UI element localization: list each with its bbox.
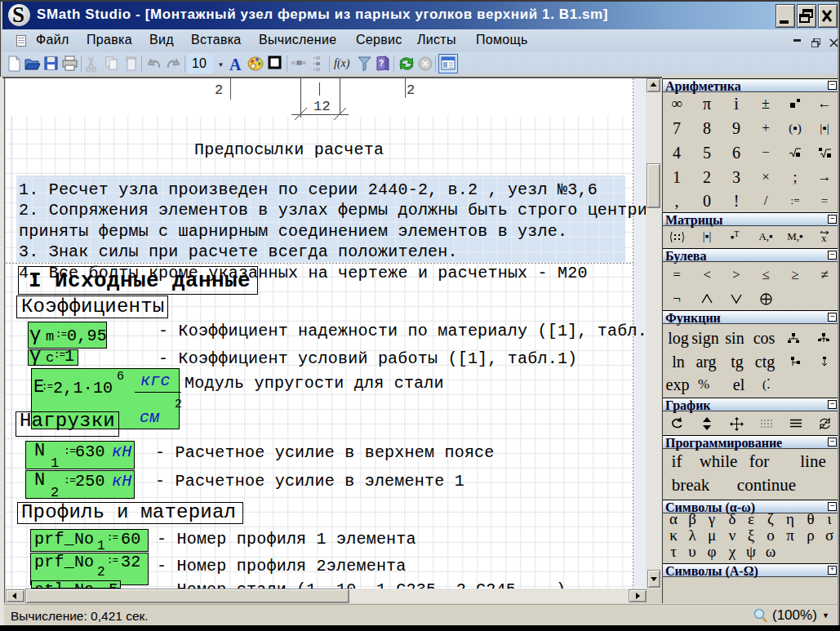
svg-text:x: x [821, 232, 827, 243]
svg-text:?: ? [379, 59, 384, 68]
